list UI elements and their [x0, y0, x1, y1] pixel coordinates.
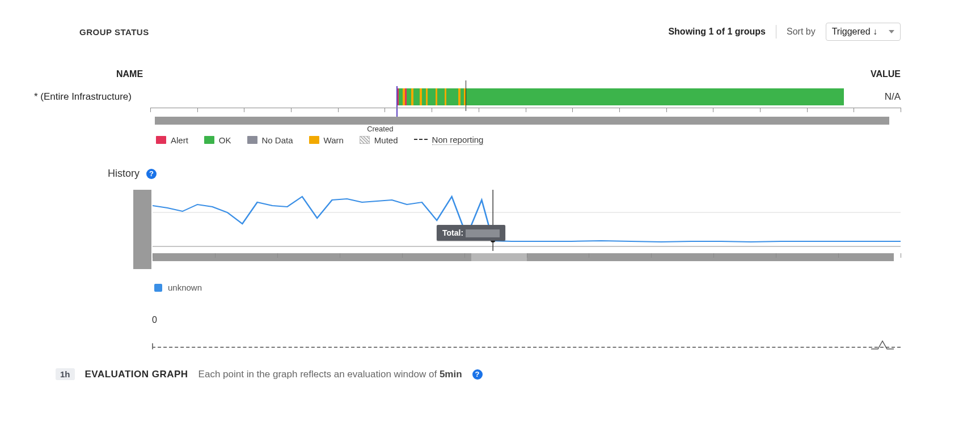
- tooltip-value-masked: [466, 229, 500, 237]
- evaluation-graph-title: EVALUATION GRAPH: [85, 369, 188, 380]
- tooltip-label: Total:: [442, 228, 463, 237]
- legend-ok: OK: [219, 135, 231, 145]
- sort-select-value: Triggered ↓: [832, 27, 877, 37]
- group-name[interactable]: * (Entire Infrastructure): [34, 91, 150, 103]
- warn-swatch: [309, 136, 319, 144]
- column-name: NAME: [116, 69, 143, 79]
- eval-range-pill[interactable]: 1h: [56, 368, 75, 380]
- sort-by-label: Sort by: [787, 27, 816, 37]
- series-swatch: [154, 284, 162, 292]
- help-icon[interactable]: ?: [472, 369, 483, 380]
- help-icon[interactable]: ?: [146, 169, 157, 179]
- chevron-down-icon: [889, 30, 894, 33]
- legend-nonreporting[interactable]: Non reporting: [432, 135, 484, 145]
- alert-swatch: [156, 136, 166, 144]
- divider: [776, 25, 776, 39]
- legend-nodata: No Data: [262, 135, 293, 145]
- history-ruler: [153, 253, 901, 260]
- legend-muted: Muted: [374, 135, 398, 145]
- evaluation-description: Each point in the graph reflects an eval…: [198, 369, 462, 380]
- created-label: Created: [367, 125, 393, 133]
- history-left-band: [133, 190, 151, 269]
- status-playhead: [466, 80, 466, 111]
- column-value: VALUE: [871, 69, 901, 79]
- series-name: unknown: [168, 283, 202, 292]
- group-value: N/A: [844, 91, 901, 103]
- chart-tooltip: Total:: [437, 225, 505, 241]
- sparkline-row: [152, 340, 901, 355]
- group-status-title: GROUP STATUS: [79, 27, 149, 37]
- status-timeline[interactable]: [150, 88, 844, 105]
- sort-select[interactable]: Triggered ↓: [826, 23, 901, 41]
- muted-swatch: [360, 136, 370, 144]
- status-ruler: [150, 108, 901, 117]
- status-legend: Alert OK No Data Warn Muted Non reportin…: [156, 135, 980, 145]
- nonreporting-swatch: [414, 139, 428, 144]
- legend-warn: Warn: [324, 135, 344, 145]
- sparkline-icon: [871, 340, 894, 351]
- nodata-swatch: [247, 136, 257, 144]
- legend-alert: Alert: [171, 135, 188, 145]
- history-chart[interactable]: [153, 190, 901, 252]
- showing-count: Showing 1 of 1 groups: [668, 27, 766, 37]
- zero-mark: 0: [152, 315, 980, 325]
- ok-swatch: [204, 136, 214, 144]
- history-title: History: [108, 168, 140, 180]
- status-scrub-bar[interactable]: [155, 117, 889, 125]
